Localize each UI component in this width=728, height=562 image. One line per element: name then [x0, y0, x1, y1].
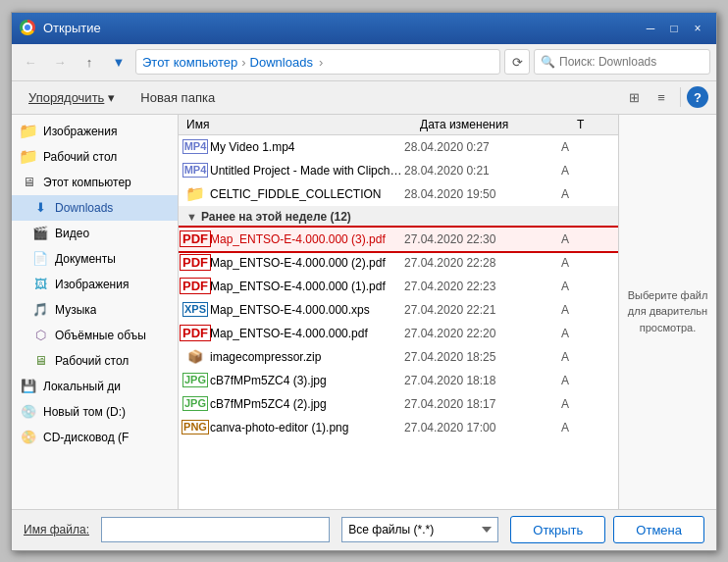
up-button[interactable]: ↑ — [77, 49, 102, 75]
sidebar-label: CD-дисковод (F — [43, 431, 129, 444]
help-button[interactable]: ? — [687, 86, 708, 108]
view-list-button[interactable]: ≡ — [649, 84, 674, 110]
dvd-icon: 📀 — [20, 429, 37, 446]
zip-icon: 📦 — [186, 348, 204, 366]
file-type: A — [561, 397, 610, 411]
breadcrumb-downloads[interactable]: Downloads — [250, 55, 313, 70]
sidebar-item-computer[interactable]: 🖥 Этот компьютер — [12, 170, 178, 195]
file-list: MP4 My Video 1.mp4 28.04.2020 0:27 A MP4… — [179, 135, 618, 509]
docs-icon: 📄 — [31, 250, 49, 268]
file-type: A — [561, 374, 610, 387]
sidebar-label: Рабочий стол — [43, 150, 117, 164]
file-row[interactable]: PDF Map_ENTSO-E-4.000.000 (2).pdf 27.04.… — [179, 251, 618, 275]
file-type: A — [561, 256, 610, 270]
file-type: A — [561, 164, 610, 178]
search-box[interactable]: 🔍 — [534, 49, 710, 75]
computer-icon: 🖥 — [20, 174, 37, 191]
sidebar-item-music[interactable]: 🎵 Музыка — [12, 297, 178, 323]
sidebar-label: Изображения — [43, 125, 117, 138]
file-date: 27.04.2020 18:18 — [404, 374, 561, 387]
section-chevron[interactable]: ▼ — [186, 211, 197, 223]
file-row[interactable]: PDF Map_ENTSO-E-4.000.000.pdf 27.04.2020… — [179, 322, 618, 345]
file-row[interactable]: MP4 My Video 1.mp4 28.04.2020 0:27 A — [179, 135, 618, 159]
file-row[interactable]: JPG cB7fMPm5ZC4 (2).jpg 27.04.2020 18:17… — [179, 392, 618, 416]
new-folder-label: Новая папка — [140, 90, 215, 105]
breadcrumb-sep1: › — [241, 55, 245, 70]
view-grid-button[interactable]: ⊞ — [621, 84, 647, 110]
close-button[interactable]: × — [687, 18, 708, 39]
preview-text: Выберите файл для дварительн просмотра. — [627, 287, 708, 336]
sidebar-label: Музыка — [55, 303, 96, 317]
search-icon: 🔍 — [541, 55, 555, 69]
sidebar-item-images1[interactable]: 📁 Изображения — [12, 119, 178, 144]
images-icon: 🖼 — [31, 276, 49, 293]
filetype-select[interactable]: Все файлы (*.*) — [341, 517, 498, 542]
col-name[interactable]: Имя — [179, 118, 412, 131]
dialog-buttons: Открыть Отмена — [510, 516, 704, 543]
sidebar-item-desktop2[interactable]: 🖥 Рабочий стол — [12, 348, 178, 374]
file-date: 28.04.2020 0:21 — [404, 164, 561, 178]
main-content: 📁 Изображения 📁 Рабочий стол 🖥 Этот комп… — [12, 115, 716, 509]
file-date: 28.04.2020 0:27 — [404, 140, 561, 154]
view-buttons: ⊞ ≡ ? — [621, 84, 708, 110]
sidebar-item-images2[interactable]: 🖼 Изображения — [12, 272, 178, 297]
open-button[interactable]: Открыть — [510, 516, 605, 543]
file-row-highlighted[interactable]: PDF Map_ENTSO-E-4.000.000 (3).pdf 27.04.… — [179, 228, 618, 251]
breadcrumb[interactable]: Этот компьютер › Downloads › — [135, 49, 500, 75]
downloads-folder-icon: ▼ — [106, 49, 131, 75]
col-date[interactable]: Дата изменения — [412, 118, 569, 131]
organize-button[interactable]: Упорядочить ▾ — [20, 86, 124, 109]
file-name: Map_ENTSO-E-4.000.000 (2).pdf — [210, 256, 404, 270]
search-input[interactable] — [559, 55, 706, 69]
organize-label: Упорядочить — [28, 90, 104, 105]
file-name: imagecompressor.zip — [210, 350, 404, 364]
file-date: 28.04.2020 19:50 — [404, 187, 561, 201]
filename-input[interactable] — [101, 517, 330, 542]
folder-icon: 📁 — [20, 148, 37, 166]
maximize-button[interactable]: □ — [663, 18, 685, 39]
file-date: 27.04.2020 22:23 — [404, 280, 561, 293]
open-dialog: Открытие ─ □ × ← → ↑ ▼ Этот компьютер › … — [11, 12, 717, 551]
minimize-button[interactable]: ─ — [640, 18, 661, 39]
file-name: cB7fMPm5ZC4 (3).jpg — [210, 374, 404, 387]
refresh-button[interactable]: ⟳ — [504, 49, 530, 75]
file-row[interactable]: XPS Map_ENTSO-E-4.000.000.xps 27.04.2020… — [179, 298, 618, 322]
mp4-icon: MP4 — [186, 138, 204, 156]
sidebar-item-video[interactable]: 🎬 Видео — [12, 221, 178, 246]
file-date: 27.04.2020 22:21 — [404, 303, 561, 317]
file-date: 27.04.2020 18:25 — [404, 350, 561, 364]
file-row[interactable]: MP4 Untitled Project - Made with Clipcha… — [179, 159, 618, 182]
sidebar-label: Этот компьютер — [43, 176, 131, 189]
sidebar-item-desktop1[interactable]: 📁 Рабочий стол — [12, 144, 178, 170]
sidebar-item-downloads[interactable]: ⬇ Downloads — [12, 195, 178, 221]
sidebar-label: Видео — [55, 227, 89, 240]
png-icon: PNG — [186, 419, 204, 436]
cancel-button[interactable]: Отмена — [613, 516, 704, 543]
file-name: My Video 1.mp4 — [210, 140, 404, 154]
file-date: 27.04.2020 22:20 — [404, 327, 561, 340]
sidebar-item-local[interactable]: 💾 Локальный ди — [12, 374, 178, 399]
desktop-icon: 🖥 — [31, 352, 49, 370]
sidebar-item-docs[interactable]: 📄 Документы — [12, 246, 178, 272]
section-label: Ранее на этой неделе (12) — [201, 210, 351, 224]
file-row[interactable]: PDF Map_ENTSO-E-4.000.000 (1).pdf 27.04.… — [179, 275, 618, 298]
file-row[interactable]: 📦 imagecompressor.zip 27.04.2020 18:25 A — [179, 345, 618, 369]
new-folder-button[interactable]: Новая папка — [131, 86, 224, 109]
pdf-icon: PDF — [186, 278, 204, 295]
breadcrumb-computer[interactable]: Этот компьютер — [142, 55, 237, 70]
jpg-icon: JPG — [186, 395, 204, 413]
back-button[interactable]: ← — [18, 49, 43, 75]
sidebar-item-3d[interactable]: ⬡ Объёмные объы — [12, 323, 178, 348]
3d-icon: ⬡ — [31, 327, 49, 344]
sidebar-item-cdrom[interactable]: 📀 CD-дисковод (F — [12, 425, 178, 450]
sidebar-item-new-vol[interactable]: 💿 Новый том (D:) — [12, 399, 178, 425]
col-type[interactable]: Т — [569, 118, 618, 131]
file-row[interactable]: 📁 CELTIC_FIDDLE_COLLECTION 28.04.2020 19… — [179, 182, 618, 206]
file-name: CELTIC_FIDDLE_COLLECTION — [210, 187, 404, 201]
sidebar-label: Документы — [55, 252, 116, 266]
forward-button[interactable]: → — [47, 49, 73, 75]
breadcrumb-chevron[interactable]: › — [319, 55, 323, 70]
file-row[interactable]: PNG canva-photo-editor (1).png 27.04.202… — [179, 416, 618, 439]
filename-label: Имя файла: — [24, 523, 89, 536]
file-row[interactable]: JPG cB7fMPm5ZC4 (3).jpg 27.04.2020 18:18… — [179, 369, 618, 392]
